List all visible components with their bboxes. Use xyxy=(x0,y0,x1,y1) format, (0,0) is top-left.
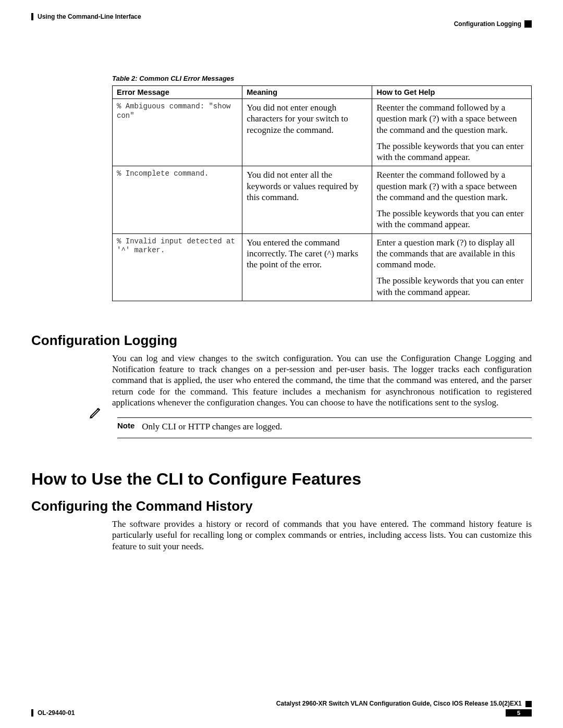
guide-title: Catalyst 2960-XR Switch VLAN Configurati… xyxy=(276,700,522,707)
table-block: Table 2: Common CLI Error Messages Error… xyxy=(112,75,532,301)
help-cell: Reenter the command followed by a questi… xyxy=(372,166,532,233)
section-heading-large: How to Use the CLI to Configure Features xyxy=(31,470,532,489)
section-body: The software provides a history or recor… xyxy=(112,519,532,552)
footer-bar-icon xyxy=(31,709,33,717)
chapter-title: Using the Command-Line Interface xyxy=(38,13,141,20)
table-row: % Incomplete command. You did not enter … xyxy=(113,166,532,233)
cli-error-table: Error Message Meaning How to Get Help % … xyxy=(112,85,532,301)
footer-square-icon xyxy=(525,701,532,707)
footer-guide-line: Catalyst 2960-XR Switch VLAN Configurati… xyxy=(31,700,532,707)
table-row: % Invalid input detected at '^' marker. … xyxy=(113,233,532,301)
table-header-row: Error Message Meaning How to Get Help xyxy=(113,86,532,99)
pencil-icon xyxy=(89,405,103,422)
header-left: Using the Command-Line Interface xyxy=(31,13,141,20)
note-icon-wrap xyxy=(83,417,117,435)
meaning-cell: You entered the command incorrectly. The… xyxy=(242,233,372,301)
config-logging-section: Configuration Logging You can log and vi… xyxy=(31,332,532,408)
section-name: Configuration Logging xyxy=(454,20,521,28)
help-cell: Enter a question mark (?) to display all… xyxy=(372,233,532,301)
header-right: Configuration Logging xyxy=(454,20,532,28)
error-message-cell: % Ambiguous command: "show con" xyxy=(113,99,242,166)
table-row: % Ambiguous command: "show con" You did … xyxy=(113,99,532,166)
page-number: 5 xyxy=(506,709,532,717)
note-block: Note Only CLI or HTTP changes are logged… xyxy=(83,417,532,438)
note-divider-top xyxy=(117,417,532,418)
table-caption: Table 2: Common CLI Error Messages xyxy=(112,75,532,82)
error-message-cell: % Invalid input detected at '^' marker. xyxy=(113,233,242,301)
meaning-cell: You did not enter enough characters for … xyxy=(242,99,372,166)
page-footer: Catalyst 2960-XR Switch VLAN Configurati… xyxy=(31,700,532,717)
footer-bottom-row: OL-29440-01 5 xyxy=(31,709,532,717)
help-paragraph: The possible keywords that you can enter… xyxy=(376,141,527,163)
section-heading: Configuring the Command History xyxy=(31,498,532,514)
help-paragraph: The possible keywords that you can enter… xyxy=(376,208,527,230)
help-paragraph: The possible keywords that you can enter… xyxy=(376,275,527,298)
help-paragraph: Reenter the command followed by a questi… xyxy=(376,102,527,135)
doc-number: OL-29440-01 xyxy=(38,709,75,717)
header-square-icon xyxy=(524,20,532,28)
section-body: You can log and view changes to the swit… xyxy=(112,353,532,408)
note-text: Only CLI or HTTP changes are logged. xyxy=(142,421,532,433)
header-bar-icon xyxy=(31,13,33,20)
how-to-cli-section: How to Use the CLI to Configure Features xyxy=(31,470,532,489)
col-header-error: Error Message xyxy=(113,86,242,99)
col-header-meaning: Meaning xyxy=(242,86,372,99)
note-row: Note Only CLI or HTTP changes are logged… xyxy=(83,417,532,438)
help-cell: Reenter the command followed by a questi… xyxy=(372,99,532,166)
page-header: Using the Command-Line Interface Configu… xyxy=(31,13,532,28)
footer-left: OL-29440-01 xyxy=(31,709,75,717)
cmd-history-section: Configuring the Command History The soft… xyxy=(31,498,532,552)
help-paragraph: Enter a question mark (?) to display all… xyxy=(376,237,527,270)
section-heading: Configuration Logging xyxy=(31,332,532,349)
note-label: Note xyxy=(117,421,134,433)
meaning-cell: You did not enter all the keywords or va… xyxy=(242,166,372,233)
document-page: Using the Command-Line Interface Configu… xyxy=(0,0,563,728)
error-message-cell: % Incomplete command. xyxy=(113,166,242,233)
help-paragraph: Reenter the command followed by a questi… xyxy=(376,169,527,203)
note-divider-bottom xyxy=(117,438,532,438)
col-header-help: How to Get Help xyxy=(372,86,532,99)
